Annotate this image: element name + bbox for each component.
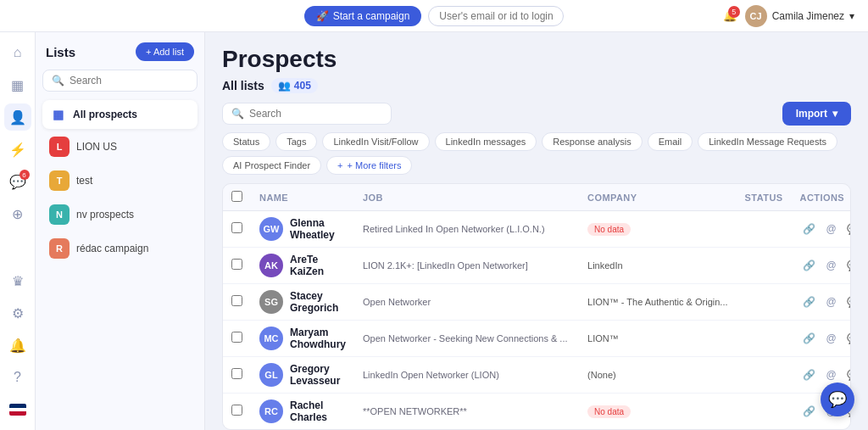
job-cell: **OPEN NETWORKER** xyxy=(354,394,579,430)
filter-status[interactable]: Status xyxy=(222,132,270,151)
name-cell: SG Stacey Gregorich xyxy=(251,284,354,321)
row-checkbox[interactable] xyxy=(231,368,242,379)
filter-linkedin-messages[interactable]: LinkedIn messages xyxy=(435,132,537,151)
nav-crown[interactable]: ♛ xyxy=(4,267,31,294)
at-icon[interactable]: @ xyxy=(822,293,841,311)
sidebar-item-nv-prospects[interactable]: N nv prospects xyxy=(42,198,198,231)
prospect-name: Gregory Levasseur xyxy=(290,363,346,387)
nav-home[interactable]: ⌂ xyxy=(4,39,31,66)
search-input[interactable] xyxy=(249,108,382,120)
sidebar-item-test[interactable]: T test xyxy=(42,165,198,197)
sidebar-item-redac-campaign[interactable]: R rédac campaign xyxy=(42,232,198,265)
job-text: Retired Linked In Open Networker (L.I.O.… xyxy=(363,224,545,234)
row-checkbox[interactable] xyxy=(231,259,242,270)
table-row: GW Glenna Wheatley Retired Linked In Ope… xyxy=(223,211,851,248)
notification-bell[interactable]: 🔔 5 xyxy=(723,9,737,22)
company-cell: LION™ xyxy=(579,321,736,357)
content-area: Prospects All lists 👥 405 🔍 Import ▾ Sta… xyxy=(205,32,868,430)
link-icon[interactable]: 🔗 xyxy=(800,256,819,275)
row-checkbox-cell xyxy=(223,211,251,248)
row-checkbox-cell xyxy=(223,394,251,430)
login-input[interactable] xyxy=(428,6,564,26)
import-button[interactable]: Import ▾ xyxy=(782,102,851,126)
link-icon[interactable]: 🔗 xyxy=(800,220,819,238)
table-row: SG Stacey Gregorich Open Networker LION™… xyxy=(223,284,851,321)
nav-lightning[interactable]: ⚡ xyxy=(4,136,31,163)
row-checkbox[interactable] xyxy=(231,332,242,343)
chat-bubble[interactable]: 💬 xyxy=(821,383,854,416)
prospect-avatar: SG xyxy=(259,290,283,314)
nav-bell[interactable]: 🔔 xyxy=(4,332,31,359)
row-checkbox-cell xyxy=(223,284,251,321)
message-icon[interactable]: 💬 xyxy=(844,366,851,384)
filter-linkedin-visit[interactable]: LinkedIn Visit/Follow xyxy=(322,132,429,151)
message-icon[interactable]: 💬 xyxy=(844,329,851,348)
at-icon[interactable]: @ xyxy=(822,366,841,384)
at-icon[interactable]: @ xyxy=(822,220,841,238)
link-icon[interactable]: 🔗 xyxy=(800,329,819,348)
status-cell xyxy=(737,284,792,321)
nav-messages[interactable]: 💬 6 xyxy=(4,168,31,195)
filter-response-analysis[interactable]: Response analysis xyxy=(542,132,642,151)
list-dot-nv-prospects: N xyxy=(49,204,70,225)
company-cell: LinkedIn xyxy=(579,248,736,284)
at-icon[interactable]: @ xyxy=(822,329,841,348)
row-checkbox[interactable] xyxy=(231,222,242,233)
filter-ai-prospect-finder[interactable]: AI Prospect Finder xyxy=(222,156,321,175)
nav-users[interactable]: 👤 xyxy=(4,103,31,131)
search-bar[interactable]: 🔍 xyxy=(222,103,392,125)
job-text: **OPEN NETWORKER** xyxy=(363,406,467,416)
company-text: LION™ xyxy=(587,333,619,343)
nav-flag[interactable] xyxy=(4,396,31,423)
prospect-avatar: GW xyxy=(259,217,283,241)
filter-linkedin-message-requests[interactable]: LinkedIn Message Requests xyxy=(698,132,837,151)
nav-help[interactable]: ? xyxy=(4,364,31,391)
prospect-avatar: MC xyxy=(259,327,283,350)
nav-dashboard[interactable]: ▦ xyxy=(4,71,31,98)
company-cell: LION™ - The Authentic & Origin... xyxy=(579,284,736,321)
link-icon[interactable]: 🔗 xyxy=(800,366,819,384)
prospect-name: Stacey Gregorich xyxy=(290,290,346,314)
nav-settings[interactable]: ⚙ xyxy=(4,299,31,327)
main-layout: ⌂ ▦ 👤 ⚡ 💬 6 ⊕ ♛ ⚙ 🔔 ? Lists + Add list 🔍… xyxy=(0,32,868,430)
job-text: LinkedIn Open Networker (LION) xyxy=(363,370,499,380)
message-icon[interactable]: 💬 xyxy=(844,293,851,311)
no-data-badge: No data xyxy=(587,405,631,418)
select-all-checkbox[interactable] xyxy=(231,191,242,202)
link-icon[interactable]: 🔗 xyxy=(800,293,819,311)
status-cell xyxy=(737,357,792,394)
prospect-avatar: RC xyxy=(259,399,283,423)
user-menu[interactable]: CJ Camila Jimenez ▾ xyxy=(745,5,854,27)
link-icon[interactable]: 🔗 xyxy=(800,402,819,421)
plus-icon: + xyxy=(337,160,342,170)
message-icon[interactable]: 💬 xyxy=(844,256,851,275)
no-data-badge: No data xyxy=(587,223,631,236)
filter-tags[interactable]: Tags xyxy=(275,132,317,151)
sidebar-search-input[interactable] xyxy=(70,75,188,87)
sidebar-item-lion-us[interactable]: L LION US xyxy=(42,131,198,163)
name-cell: GW Glenna Wheatley xyxy=(251,211,354,248)
list-dot-redac-campaign: R xyxy=(49,238,70,259)
th-status: STATUS xyxy=(737,184,792,211)
row-checkbox[interactable] xyxy=(231,295,242,306)
company-text: LinkedIn xyxy=(587,260,623,271)
flag-icon xyxy=(9,404,26,416)
start-campaign-button[interactable]: 🚀 Start a campaign xyxy=(304,6,422,26)
th-name: NAME xyxy=(251,184,354,211)
job-cell: Open Networker - Seeking New Connections… xyxy=(354,321,579,357)
sidebar-item-all-prospects[interactable]: ▦ All prospects xyxy=(42,100,198,129)
message-icon[interactable]: 💬 xyxy=(844,220,851,238)
row-checkbox[interactable] xyxy=(231,405,242,416)
at-icon[interactable]: @ xyxy=(822,256,841,275)
notification-badge: 5 xyxy=(728,6,740,18)
more-filters-button[interactable]: + + More filters xyxy=(326,156,412,175)
filter-email[interactable]: Email xyxy=(648,132,693,151)
status-cell xyxy=(737,321,792,357)
job-cell: LION 2.1K+: [LinkedIn Open Networker] xyxy=(354,248,579,284)
status-cell xyxy=(737,248,792,284)
nav-network[interactable]: ⊕ xyxy=(4,200,31,227)
sidebar-item-label: LION US xyxy=(76,141,117,153)
add-list-button[interactable]: + Add list xyxy=(136,42,194,61)
sidebar-search[interactable]: 🔍 xyxy=(42,70,198,92)
sidebar-item-label: test xyxy=(76,175,92,187)
